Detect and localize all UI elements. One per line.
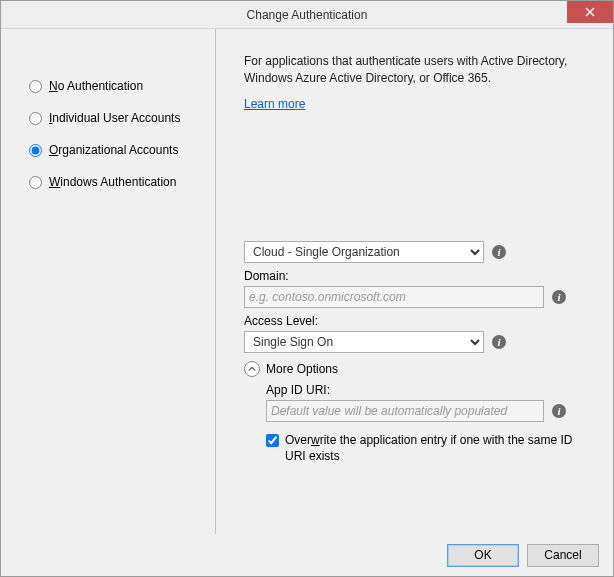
radio-windows-authentication[interactable]: Windows Authentication [29, 175, 197, 189]
details-pane: For applications that authenticate users… [216, 29, 613, 534]
app-id-uri-label: App ID URI: [266, 383, 591, 397]
radio-label-no-auth: No Authentication [49, 79, 143, 93]
access-level-select[interactable]: Single Sign On [244, 331, 484, 353]
radio-input-no-auth[interactable] [29, 80, 42, 93]
close-icon [585, 7, 595, 17]
info-icon[interactable]: i [492, 335, 506, 349]
radio-label-individual: Individual User Accounts [49, 111, 180, 125]
close-button[interactable] [567, 1, 613, 23]
org-type-select[interactable]: Cloud - Single Organization [244, 241, 484, 263]
window-title: Change Authentication [1, 8, 613, 22]
radio-organizational-accounts[interactable]: Organizational Accounts [29, 143, 197, 157]
radio-individual-accounts[interactable]: Individual User Accounts [29, 111, 197, 125]
more-options-toggle[interactable]: More Options [244, 361, 591, 377]
overwrite-label: Overwrite the application entry if one w… [285, 432, 591, 464]
info-icon[interactable]: i [552, 290, 566, 304]
radio-input-windows[interactable] [29, 176, 42, 189]
radio-label-org: Organizational Accounts [49, 143, 178, 157]
ok-button[interactable]: OK [447, 544, 519, 567]
cancel-button[interactable]: Cancel [527, 544, 599, 567]
overwrite-checkbox[interactable] [266, 434, 279, 447]
radio-input-org[interactable] [29, 144, 42, 157]
auth-mode-pane: No Authentication Individual User Accoun… [1, 29, 216, 534]
radio-input-individual[interactable] [29, 112, 42, 125]
domain-label: Domain: [244, 269, 591, 283]
learn-more-link[interactable]: Learn more [244, 97, 591, 111]
dialog-button-bar: OK Cancel [1, 534, 613, 576]
info-icon[interactable]: i [492, 245, 506, 259]
domain-input[interactable] [244, 286, 544, 308]
info-icon[interactable]: i [552, 404, 566, 418]
app-id-uri-input[interactable] [266, 400, 544, 422]
access-level-label: Access Level: [244, 314, 591, 328]
radio-no-authentication[interactable]: No Authentication [29, 79, 197, 93]
more-options-label: More Options [266, 362, 338, 376]
chevron-up-icon [244, 361, 260, 377]
radio-label-windows: Windows Authentication [49, 175, 176, 189]
description-text: For applications that authenticate users… [244, 53, 591, 87]
